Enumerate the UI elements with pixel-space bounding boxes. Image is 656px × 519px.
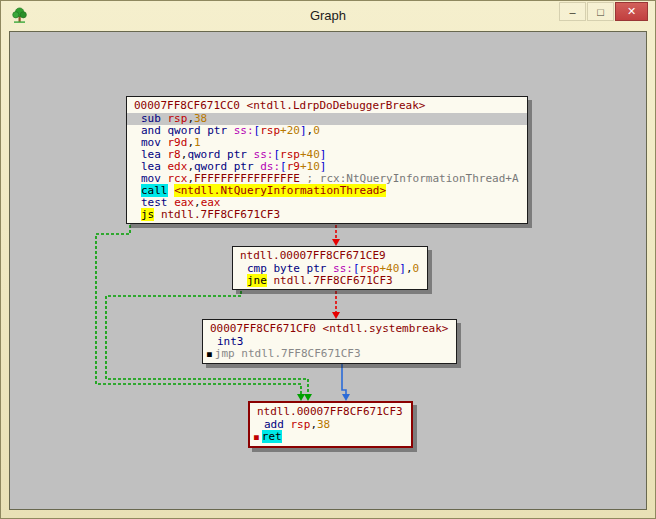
graph-node-block-1ce9[interactable]: ntdll.00007FF8CF671CE9cmp byte ptr ss:[r… <box>232 246 428 290</box>
graph-node-block-1cc0[interactable]: 00007FF8CF671CC0 <ntdll.LdrpDoDebuggerBr… <box>126 96 528 224</box>
instruction-line[interactable]: js ntdll.7FF8CF671CF3 <box>127 209 527 221</box>
token-num: +20 <box>280 124 300 137</box>
flow-edge-arrowhead <box>332 239 340 246</box>
token-reg: rsp <box>260 124 280 137</box>
token-plain: , <box>310 418 317 431</box>
node-header: ntdll.00007FF8CF671CE9 <box>233 249 427 263</box>
token-brk: ] <box>300 124 307 137</box>
token-seg: ss: <box>234 124 254 137</box>
token-num: 0 <box>413 262 420 275</box>
graph-window: Graph – □ ✕ 00007FF8CF671CC0 <ntdll.Ldrp… <box>0 0 656 519</box>
node-header: 00007FF8CF671CF0 <ntdll.systembreak> <box>203 322 456 336</box>
token-blksq: ■ <box>207 350 212 359</box>
token-gray: jmp ntdll.7FF8CF671CF3 <box>215 347 361 360</box>
token-num: 0 <box>313 124 320 137</box>
node-header: 00007FF8CF671CC0 <ntdll.LdrpDoDebuggerBr… <box>127 99 527 113</box>
token-lbl: ntdll.7FF8CF671CF3 <box>161 208 280 221</box>
titlebar[interactable]: Graph – □ ✕ <box>1 1 655 31</box>
instruction-line[interactable]: ■jmp ntdll.7FF8CF671CF3 <box>203 348 456 361</box>
token-retbg: ret <box>262 430 282 443</box>
minimize-icon: – <box>569 6 575 18</box>
minimize-button[interactable]: – <box>559 2 586 21</box>
token-plain <box>154 208 161 221</box>
token-plain <box>284 418 291 431</box>
token-plain: , <box>406 262 413 275</box>
graph-canvas[interactable]: 00007FF8CF671CC0 <ntdll.LdrpDoDebuggerBr… <box>9 31 647 510</box>
graph-node-block-1cf0[interactable]: 00007FF8CF671CF0 <ntdll.systembreak>int3… <box>202 319 457 364</box>
instruction-line[interactable]: jne ntdll.7FF8CF671CF3 <box>233 275 427 287</box>
flow-edge-arrowhead <box>297 394 305 401</box>
close-button[interactable]: ✕ <box>615 2 648 21</box>
window-title: Graph <box>1 8 655 23</box>
token-jmn: js <box>141 208 154 221</box>
caption-buttons: – □ ✕ <box>559 2 648 21</box>
token-plain <box>267 274 274 287</box>
token-jmn: jne <box>247 274 267 287</box>
token-redsq: ■ <box>254 433 259 442</box>
flow-edge-arrowhead <box>342 394 350 401</box>
node-header: ntdll.00007FF8CF671CF3 <box>250 405 411 419</box>
graph-node-block-1cf3[interactable]: ntdll.00007FF8CF671CF3add rsp,38■ret <box>248 401 413 448</box>
maximize-button[interactable]: □ <box>587 2 614 21</box>
flow-edge-arrowhead <box>332 312 340 319</box>
flow-edge-b3-b4-jmp <box>342 359 346 394</box>
token-reg: rsp <box>291 418 311 431</box>
flow-edge-arrowhead <box>304 394 312 401</box>
token-brk: ] <box>399 262 406 275</box>
close-icon: ✕ <box>627 5 636 18</box>
token-lbl: ntdll.7FF8CF671CF3 <box>274 274 393 287</box>
maximize-icon: □ <box>597 6 604 18</box>
instruction-line[interactable]: ■ret <box>250 431 411 444</box>
token-num: 38 <box>317 418 330 431</box>
